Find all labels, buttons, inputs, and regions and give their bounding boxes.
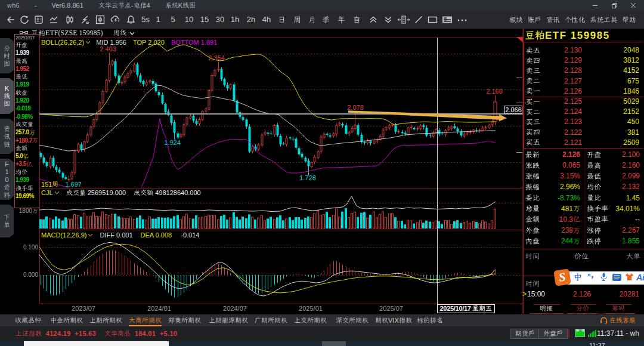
stat-label — [587, 193, 601, 203]
battery-icon — [575, 329, 586, 339]
stat-label — [587, 204, 608, 214]
ask-row[interactable]: 2.1302048 — [524, 45, 643, 55]
session-clock: 11:37:11 - wh — [597, 326, 639, 341]
stat-value: 244 — [541, 236, 580, 246]
stat-label — [587, 171, 601, 181]
ladder-label — [526, 97, 540, 107]
ladder-volume: 1846 — [623, 86, 639, 97]
stat-value: 238 — [541, 225, 580, 236]
sogou-input-bar: S Ai — [555, 270, 644, 286]
ladder-volume: 4152 — [623, 66, 639, 76]
market-tab-中金所期权[interactable] — [50, 314, 83, 326]
keyboard-icon[interactable] — [612, 273, 621, 283]
ai-icon[interactable]: Ai — [636, 273, 644, 282]
bid-row[interactable]: 2.123450 — [524, 117, 643, 127]
market-tab-上交所期权[interactable] — [294, 314, 327, 326]
instrument-title[interactable]: ETF 159985 — [525, 30, 610, 42]
futures-account-button[interactable] — [510, 329, 540, 339]
stat-label — [525, 171, 540, 181]
taskbar-button[interactable] — [322, 341, 346, 346]
detail-tab-筹码[interactable] — [602, 304, 634, 313]
ladder-label — [526, 138, 540, 148]
detail-tab-分价[interactable] — [566, 304, 599, 313]
price-annotation: 1.924 — [164, 139, 181, 146]
market-tab-郑商所期权[interactable] — [168, 314, 201, 326]
cjl-indicator-label[interactable]: CJL — [41, 189, 60, 196]
macd — [39, 242, 496, 297]
detail-tab-明细[interactable] — [530, 304, 563, 313]
stat-label — [525, 182, 540, 192]
pane-note: 151 1.697 — [41, 181, 82, 188]
stat-value: 2.126 — [541, 150, 580, 160]
index-shanghai[interactable]: 4124.19 +15.63 — [16, 326, 96, 341]
ladder-volume: 450 — [627, 117, 639, 127]
stat-value: -8.73% — [541, 193, 580, 203]
divider — [524, 249, 644, 249]
svg-text:2.066: 2.066 — [505, 106, 522, 113]
stat-label — [587, 236, 601, 246]
taskbar-window[interactable] — [24, 341, 169, 346]
external-account-button[interactable] — [538, 329, 568, 339]
stat-value: 0.065 — [541, 160, 580, 171]
chevron-down-icon — [88, 233, 93, 237]
skin-icon[interactable] — [625, 273, 634, 283]
chinese-mode-icon[interactable] — [574, 272, 582, 282]
ladder-label — [526, 45, 540, 55]
boll-mid-value: MID 1.956 — [96, 39, 126, 46]
ask-row[interactable]: 2.1293812 — [524, 55, 643, 66]
market-tab-上期能源期权[interactable] — [209, 314, 248, 326]
ask-row[interactable]: 2.127675 — [524, 76, 643, 86]
bid-row[interactable]: 2.1255029 — [524, 97, 643, 107]
ladder-price: 2.130 — [548, 45, 582, 55]
ladder-price: 2.122 — [548, 128, 582, 138]
col-time — [525, 252, 540, 260]
ladder-label — [526, 76, 540, 86]
volume-header: CJL 2569519.000 498128640.000 — [41, 189, 201, 196]
macd-indicator-label[interactable]: MACD(12,26,9) — [41, 231, 93, 239]
stat-value: 1.855 — [622, 236, 640, 246]
ladder-label — [526, 66, 540, 76]
stat-value: 2.96% — [541, 182, 580, 192]
windows-taskbar: 11:37 — [0, 341, 644, 346]
market-tab-广期所期权[interactable] — [255, 314, 287, 326]
tick-price: 2.126 — [573, 289, 591, 299]
online-service[interactable] — [600, 314, 636, 326]
stat-label — [525, 215, 540, 225]
market-tab-收藏品种[interactable] — [15, 314, 41, 326]
market-tab-标的排名[interactable] — [417, 314, 443, 326]
boll-header: BOLL(26,26,2) MID 1.956 TOP 2.020 BOTTOM… — [41, 39, 217, 46]
market-tab-深交所期权[interactable] — [336, 314, 369, 326]
ladder-price: 2.128 — [548, 66, 582, 76]
punctuation-icon[interactable] — [587, 273, 595, 283]
ask-row[interactable]: 2.1284152 — [524, 66, 643, 76]
volume-value: 2569519.000 — [66, 189, 126, 196]
stat-label — [525, 225, 540, 236]
x-axis-label: 2024/01 — [147, 305, 171, 312]
market-tab-上期所期权[interactable] — [89, 314, 122, 326]
market-tab-大商所期权[interactable] — [129, 314, 162, 326]
mic-icon[interactable] — [600, 273, 607, 284]
chevron-down-icon — [54, 191, 60, 194]
price-annotation: 2.078 — [347, 104, 364, 111]
dea-value: DEA 0.008 — [141, 231, 172, 239]
market-tab-期权VIX指数[interactable]: VIX — [375, 314, 412, 326]
bid-row[interactable]: 2.1242152 — [524, 107, 643, 117]
drawn-arrow — [348, 110, 507, 121]
ladder-label — [526, 55, 540, 66]
bid-row[interactable]: 2.122381 — [524, 128, 643, 138]
bid-row[interactable]: 2.1212509 — [524, 138, 643, 148]
amount-value: 498128640.000 — [134, 189, 201, 196]
volume-scale-label: 1800 — [14, 208, 38, 214]
sogou-logo[interactable]: S — [553, 268, 571, 286]
boll-top-value: TOP 2.020 — [133, 39, 165, 46]
ladder-label — [526, 107, 540, 117]
ladder-volume: 675 — [627, 76, 639, 86]
boll-lines — [39, 44, 496, 207]
wh6-app-window: {"window":{"app":"wh6","dash":"-","versi… — [0, 0, 644, 346]
chevron-down-icon — [85, 41, 91, 44]
macd-scale-low: 0.000 — [14, 271, 38, 278]
stat-value: 3.15% — [541, 171, 580, 181]
boll-indicator-label[interactable]: BOLL(26,26,2) — [41, 39, 91, 46]
ask-row[interactable]: 2.1261846 — [524, 86, 643, 97]
index-wenhua[interactable]: 184.01 +5.10 — [104, 326, 177, 341]
